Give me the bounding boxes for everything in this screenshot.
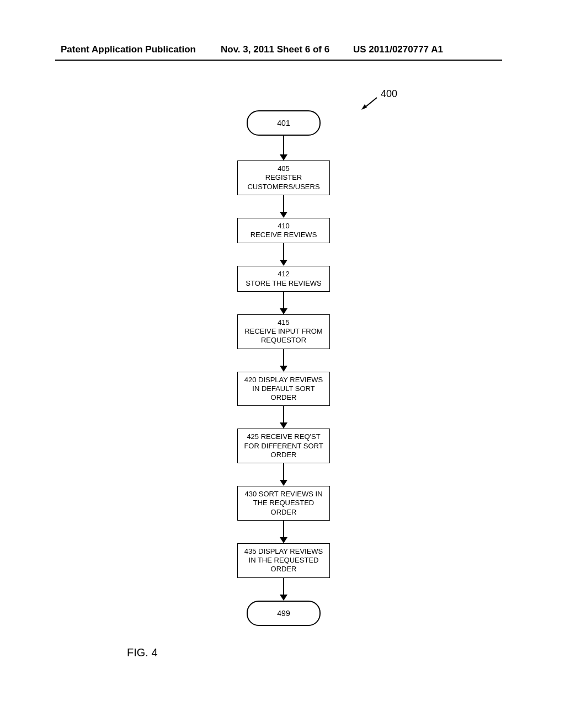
figure-label: FIG. 4 (127, 646, 158, 659)
flow-connector (280, 243, 287, 266)
header-divider (55, 60, 502, 61)
flow-end-terminal: 499 (247, 601, 321, 626)
flow-step-412: 412STORE THE REVIEWS (237, 266, 330, 292)
header-docnum: US 2011/0270777 A1 (353, 44, 443, 55)
flow-connector (280, 349, 287, 372)
flow-connector (280, 406, 287, 429)
flow-step-435: 435 DISPLAY REVIEWS IN THE REQUESTED ORD… (237, 543, 330, 578)
flow-connector (280, 578, 287, 601)
flow-connector (280, 463, 287, 486)
flow-connector (280, 195, 287, 218)
flow-step-420: 420 DISPLAY REVIEWS IN DEFAULT SORT ORDE… (237, 372, 330, 406)
flow-connector (280, 292, 287, 314)
figure-reference-number: 400 (381, 88, 397, 100)
flow-step-430: 430 SORT REVIEWS IN THE REQUESTED ORDER (237, 486, 330, 521)
svg-marker-1 (361, 104, 367, 110)
flow-connector (280, 521, 287, 543)
reference-arrow-icon (361, 97, 378, 110)
header-sheet: Nov. 3, 2011 Sheet 6 of 6 (221, 44, 329, 55)
flowchart-container: 401405REGISTER CUSTOMERS/USERS410RECEIVE… (234, 110, 333, 626)
flow-connector (280, 136, 287, 160)
flow-step-405: 405REGISTER CUSTOMERS/USERS (237, 160, 330, 195)
flow-start-terminal: 401 (247, 110, 321, 136)
flow-step-410: 410RECEIVE REVIEWS (237, 218, 330, 244)
svg-line-0 (365, 98, 377, 108)
flow-step-425: 425 RECEIVE REQ'ST FOR DIFFERENT SORT OR… (237, 429, 330, 463)
header-publication: Patent Application Publication (61, 44, 196, 55)
flow-step-415: 415RECEIVE INPUT FROM REQUESTOR (237, 314, 330, 349)
